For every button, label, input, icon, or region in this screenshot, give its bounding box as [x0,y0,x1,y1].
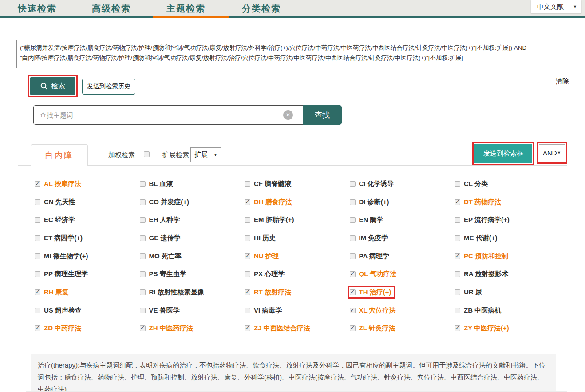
subheading-item[interactable]: CL 分类 [452,175,557,193]
subheading-checkbox[interactable] [140,181,146,187]
subheading-checkbox[interactable] [350,181,356,187]
subheading-item[interactable]: AL 按摩疗法 [32,175,138,193]
subheading-item[interactable]: RH 康复 [32,283,138,301]
subheading-checkbox[interactable] [140,271,146,277]
subheading-checkbox[interactable] [35,199,40,205]
subheading-item[interactable]: HI 历史 [242,229,348,247]
subheading-item[interactable]: MI 微生物学(+) [32,247,138,265]
subheading-item[interactable]: ZL 针灸疗法 [348,320,453,338]
subheading-checkbox[interactable] [245,271,250,277]
operator-dropdown[interactable]: AND ▼ [539,144,565,161]
subheading-checkbox[interactable] [350,325,356,331]
subheading-item[interactable]: PP 病理生理学 [32,265,138,283]
find-button[interactable]: 查找 [303,105,342,125]
subheading-item[interactable]: NU 护理 [242,247,348,265]
subheading-checkbox[interactable] [245,217,250,223]
search-button[interactable]: 检索 [30,77,75,95]
subheading-checkbox[interactable] [350,271,356,277]
subheading-item[interactable]: PX 心理学 [242,265,348,283]
subheading-item[interactable]: ZY 中医疗法(+) [452,320,557,338]
tab-category-search[interactable]: 分类检索 [242,3,281,15]
subheading-item[interactable]: RT 放射疗法 [242,283,348,301]
subheading-item[interactable]: CF 脑脊髓液 [242,175,348,193]
subheading-item[interactable]: CO 并发症(+) [138,193,243,211]
subheading-checkbox[interactable] [350,308,356,313]
subheading-checkbox[interactable] [350,199,356,205]
weighted-search-checkbox[interactable] [144,151,150,157]
subheading-checkbox[interactable] [455,325,460,331]
subheading-item[interactable]: IM 免疫学 [348,229,453,247]
subheading-checkbox[interactable] [455,271,460,277]
clear-link[interactable]: 清除 [556,77,569,86]
tab-quick-search[interactable]: 快速检索 [18,3,57,15]
subheading-item[interactable]: PC 预防和控制 [452,247,557,265]
subheading-checkbox[interactable] [140,289,146,295]
language-dropdown[interactable]: 中文文献 ▼ [531,0,581,13]
term-tab-cataract[interactable]: 白内障 [31,144,88,166]
subheading-checkbox[interactable] [35,271,40,277]
subheading-item[interactable]: ZH 中医药疗法 [138,320,243,338]
subheading-checkbox[interactable] [245,289,250,295]
subheading-checkbox[interactable] [35,181,40,187]
subheading-item[interactable]: MO 死亡率 [138,247,243,265]
subheading-checkbox[interactable] [350,235,356,241]
expand-dropdown[interactable]: 扩展 ▼ [190,147,221,162]
subheading-checkbox[interactable] [35,217,40,223]
subheading-item[interactable]: ZD 中药疗法 [32,320,138,338]
subheading-checkbox[interactable] [455,217,460,223]
subheading-checkbox[interactable] [350,289,356,295]
query-expression-textarea[interactable]: ("糖尿病并发症/按摩疗法/膳食疗法/药物疗法/护理/预防和控制/气功疗法/康复… [16,40,568,68]
subheading-checkbox[interactable] [455,253,460,259]
subheading-item[interactable]: DH 膳食疗法 [242,193,348,211]
clear-input-icon[interactable]: ✕ [283,110,293,120]
subheading-checkbox[interactable] [455,181,460,187]
find-term-input[interactable] [33,105,303,125]
subheading-item[interactable]: VI 病毒学 [242,301,348,320]
subheading-checkbox[interactable] [140,308,146,313]
subheading-checkbox[interactable] [140,217,146,223]
subheading-checkbox[interactable] [455,235,460,241]
subheading-checkbox[interactable] [245,181,250,187]
subheading-checkbox[interactable] [35,289,40,295]
subheading-item[interactable]: BL 血液 [138,175,243,193]
subheading-checkbox[interactable] [35,235,40,241]
send-to-search-box-button[interactable]: 发送到检索框 [474,144,532,163]
subheading-checkbox[interactable] [245,235,250,241]
subheading-checkbox[interactable] [455,289,460,295]
subheading-checkbox[interactable] [140,253,146,259]
subheading-item[interactable]: QL 气功疗法 [348,265,453,283]
subheading-checkbox[interactable] [35,308,40,313]
subheading-item[interactable]: PA 病理学 [348,247,453,265]
subheading-checkbox[interactable] [35,253,40,259]
subheading-item[interactable]: EP 流行病学(+) [452,211,557,229]
subheading-item[interactable]: CI 化学诱导 [348,175,453,193]
subheading-checkbox[interactable] [140,325,146,331]
subheading-checkbox[interactable] [245,308,250,313]
subheading-item[interactable]: DI 诊断(+) [348,193,453,211]
subheading-item[interactable]: PS 寄生虫学 [138,265,243,283]
subheading-item[interactable]: XL 穴位疗法 [348,301,453,320]
subheading-checkbox[interactable] [140,199,146,205]
subheading-checkbox[interactable] [245,199,250,205]
subheading-item[interactable]: CN 先天性 [32,193,138,211]
subheading-checkbox[interactable] [140,235,146,241]
subheading-checkbox[interactable] [35,325,40,331]
subheading-item[interactable]: ET 病因学(+) [32,229,138,247]
subheading-checkbox[interactable] [245,325,250,331]
tab-advanced-search[interactable]: 高级检索 [92,3,131,15]
subheading-item[interactable]: EM 胚胎学(+) [242,211,348,229]
send-to-history-button[interactable]: 发送到检索历史 [82,79,135,95]
subheading-item[interactable]: DT 药物疗法 [452,193,557,211]
subheading-checkbox[interactable] [350,217,356,223]
subheading-checkbox[interactable] [455,199,460,205]
subheading-item[interactable]: VE 兽医学 [138,301,243,320]
subheading-item[interactable]: EN 酶学 [348,211,453,229]
subheading-item[interactable]: US 超声检查 [32,301,138,320]
subheading-item[interactable]: ZJ 中西医结合疗法 [242,320,348,338]
subheading-item[interactable]: RA 放射摄影术 [452,265,557,283]
subheading-item[interactable]: RI 放射性核素显像 [138,283,243,301]
subheading-item[interactable]: EH 人种学 [138,211,243,229]
subheading-item[interactable]: UR 尿 [452,283,557,301]
subheading-item[interactable]: ZB 中医病机 [452,301,557,320]
subheading-checkbox[interactable] [350,253,356,259]
